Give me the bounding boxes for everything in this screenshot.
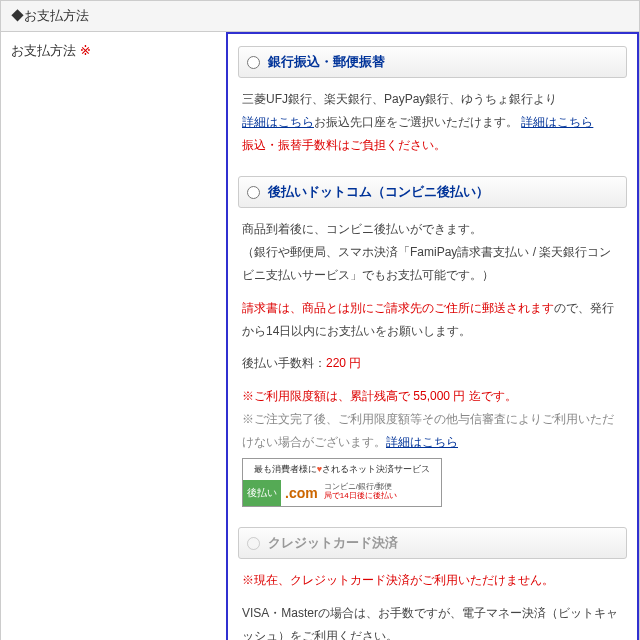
text-line: 後払い手数料：220 円	[242, 352, 623, 375]
text-line: ※ご利用限度額は、累計残高で 55,000 円 迄です。	[242, 385, 623, 408]
detail-link[interactable]: 詳細はこちら	[386, 435, 458, 449]
text-line: 商品到着後に、コンビニ後払いができます。	[242, 218, 623, 241]
badge-desc: コンビニ/銀行/郵便局で14日後に後払い	[322, 480, 441, 507]
payment-option-radio	[247, 537, 260, 550]
payment-methods-panel: 銀行振込・郵便振替三菱UFJ銀行、楽天銀行、PayPay銀行、ゆうちょ銀行より詳…	[226, 32, 639, 640]
required-mark: ※	[80, 43, 91, 58]
text: お振込先口座をご選択いただけます。	[314, 115, 518, 129]
detail-link[interactable]: 詳細はこちら	[521, 115, 593, 129]
payment-option-label: 銀行振込・郵便振替	[268, 53, 385, 71]
payment-option-head: クレジットカード決済	[238, 527, 627, 559]
payment-option-head[interactable]: 銀行振込・郵便振替	[238, 46, 627, 78]
text-line: 請求書は、商品とは別にご請求先のご住所に郵送されますので、発行から14日以内にお…	[242, 297, 623, 343]
text: VISA・Masterの場合は、お手数ですが、電子マネー決済（ビットキャッシュ）…	[242, 606, 618, 640]
payment-option-body: 三菱UFJ銀行、楽天銀行、PayPay銀行、ゆうちょ銀行より詳細はこちらお振込先…	[238, 78, 627, 172]
heart-icon: ♥	[317, 464, 322, 474]
text: 220 円	[326, 356, 361, 370]
badge-bottom: 後払い.comコンビニ/銀行/郵便局で14日後に後払い	[243, 480, 441, 507]
text: 請求書は、商品とは別にご請求先のご住所に郵送されます	[242, 301, 554, 315]
badge-top: 最も消費者様に♥されるネット決済サービス	[243, 459, 441, 480]
section-title: ◆お支払方法	[1, 1, 639, 32]
text-line: 振込・振替手数料はご負担ください。	[242, 134, 623, 157]
payment-option-label: 後払いドットコム（コンビニ後払い）	[268, 183, 489, 201]
text: ※ご利用限度額は、累計残高で	[242, 389, 413, 403]
text: 三菱UFJ銀行、楽天銀行、PayPay銀行、ゆうちょ銀行より	[242, 92, 557, 106]
payment-option-body: 商品到着後に、コンビニ後払いができます。（銀行や郵便局、スマホ決済「FamiPa…	[238, 208, 627, 523]
text-line: ※現在、クレジットカード決済がご利用いただけません。	[242, 569, 623, 592]
text-line: （銀行や郵便局、スマホ決済「FamiPay請求書支払い / 楽天銀行コンビニ支払…	[242, 241, 623, 287]
section-body: お支払方法※ 銀行振込・郵便振替三菱UFJ銀行、楽天銀行、PayPay銀行、ゆう…	[1, 32, 639, 640]
payment-option-radio[interactable]	[247, 56, 260, 69]
text: 商品到着後に、コンビニ後払いができます。	[242, 222, 482, 236]
text: 55,000 円	[413, 389, 465, 403]
badge-com: .com	[281, 480, 322, 507]
payment-section: ◆お支払方法 お支払方法※ 銀行振込・郵便振替三菱UFJ銀行、楽天銀行、PayP…	[0, 0, 640, 640]
text: ※現在、クレジットカード決済がご利用いただけません。	[242, 573, 554, 587]
text-line: VISA・Masterの場合は、お手数ですが、電子マネー決済（ビットキャッシュ）…	[242, 602, 623, 640]
detail-link[interactable]: 詳細はこちら	[242, 115, 314, 129]
field-label: お支払方法	[11, 43, 76, 58]
text: 振込・振替手数料はご負担ください。	[242, 138, 446, 152]
text: 迄です。	[465, 389, 516, 403]
badge-icon: 後払い	[243, 480, 281, 507]
payment-option-head[interactable]: 後払いドットコム（コンビニ後払い）	[238, 176, 627, 208]
text: （銀行や郵便局、スマホ決済「FamiPay請求書支払い / 楽天銀行コンビニ支払…	[242, 245, 611, 282]
text-line: 三菱UFJ銀行、楽天銀行、PayPay銀行、ゆうちょ銀行より	[242, 88, 623, 111]
text-line: 詳細はこちらお振込先口座をご選択いただけます。 詳細はこちら	[242, 111, 623, 134]
text-line: ※ご注文完了後、ご利用限度額等その他与信審査によりご利用いただけない場合がござい…	[242, 408, 623, 454]
field-label-col: お支払方法※	[1, 32, 226, 640]
text: 後払い手数料：	[242, 356, 326, 370]
payment-option-radio[interactable]	[247, 186, 260, 199]
payment-option-body: ※現在、クレジットカード決済がご利用いただけません。VISA・Masterの場合…	[238, 559, 627, 640]
payment-option-label: クレジットカード決済	[268, 534, 398, 552]
atobarai-badge: 最も消費者様に♥されるネット決済サービス後払い.comコンビニ/銀行/郵便局で1…	[242, 458, 442, 508]
